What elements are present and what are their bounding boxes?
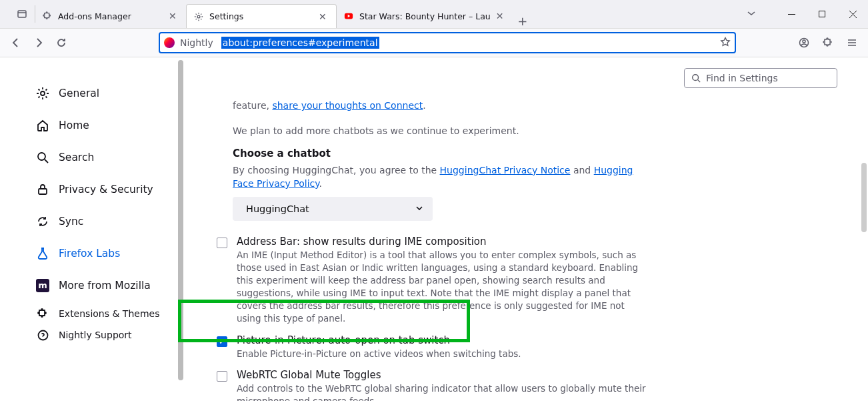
home-icon: [36, 119, 49, 132]
svg-point-1: [197, 15, 200, 18]
nav-label: General: [59, 87, 99, 99]
app-menu-button[interactable]: [841, 32, 863, 53]
pref-addressbar-ime: Address Bar: show results during IME com…: [217, 236, 651, 324]
pref-picture-in-picture: Picture-in-Picture: auto-open on tab swi…: [217, 334, 651, 360]
search-icon: [36, 151, 49, 164]
nav-label: Extensions & Themes: [59, 308, 159, 319]
chatbot-feedback-fragment: feature, share your thoughts on Connect.: [233, 99, 651, 112]
window-controls: [740, 0, 868, 28]
svg-rect-3: [819, 11, 825, 17]
pref-title: Picture-in-Picture: auto-open on tab swi…: [237, 334, 651, 346]
pref-desc: An IME (Input Method Editor) is a tool t…: [237, 249, 651, 324]
window-close-button[interactable]: [837, 0, 868, 29]
nav-home[interactable]: Home: [28, 112, 169, 139]
bookmark-star-icon[interactable]: [720, 37, 731, 49]
nav-label: More from Mozilla: [59, 280, 151, 292]
svg-point-6: [41, 91, 45, 95]
tab-label: Add-ons Manager: [58, 11, 163, 21]
window-minimize-button[interactable]: [776, 0, 807, 29]
close-icon[interactable]: ✕: [319, 11, 329, 22]
svg-point-10: [693, 75, 699, 81]
content-area: General Home Search Privacy & Security S…: [0, 57, 868, 401]
gear-icon: [36, 87, 49, 100]
extensions-button[interactable]: [817, 32, 839, 53]
list-all-tabs-button[interactable]: [9, 0, 35, 28]
chatbot-select[interactable]: HuggingChat: [233, 197, 433, 221]
close-icon[interactable]: ✕: [496, 11, 507, 21]
chatbot-select-value: HuggingChat: [246, 204, 309, 214]
gear-icon: [193, 11, 204, 22]
forward-button[interactable]: [28, 32, 49, 53]
profile-label: Nightly: [180, 37, 213, 48]
nav-general[interactable]: General: [28, 80, 169, 107]
tab-label: Star Wars: Bounty Hunter – Lau: [359, 11, 491, 21]
puzzle-icon: [42, 11, 53, 21]
new-tab-button[interactable]: +: [513, 14, 532, 28]
svg-point-7: [38, 153, 45, 160]
pref-title: WebRTC Global Mute Toggles: [237, 369, 651, 381]
sync-icon: [36, 215, 49, 228]
pref-desc: Add controls to the WebRTC global sharin…: [237, 382, 651, 401]
pref-title: Address Bar: show results during IME com…: [237, 236, 651, 248]
puzzle-icon: [36, 307, 49, 320]
account-button[interactable]: [793, 32, 815, 53]
huggingchat-privacy-link[interactable]: HuggingChat Privacy Notice: [440, 165, 571, 175]
mozilla-icon: m: [36, 279, 49, 292]
tab-addons-manager[interactable]: Add-ons Manager ✕: [35, 4, 186, 28]
find-in-settings[interactable]: Find in Settings: [684, 68, 837, 88]
nav-label: Firefox Labs: [59, 248, 120, 260]
svg-point-5: [803, 40, 805, 43]
pref-checkbox[interactable]: [217, 371, 227, 382]
url-bar[interactable]: Nightly about:preferences#experimental: [159, 32, 736, 53]
pref-checkbox[interactable]: [217, 238, 227, 248]
svg-rect-0: [18, 11, 26, 17]
reload-button[interactable]: [51, 32, 72, 53]
connect-link[interactable]: share your thoughts on Connect: [272, 100, 423, 111]
nav-label: Sync: [59, 216, 83, 228]
nav-privacy-security[interactable]: Privacy & Security: [28, 176, 169, 203]
nav-label: Home: [59, 119, 89, 131]
titlebar: Add-ons Manager ✕ Settings ✕ Star Wars: …: [0, 0, 868, 29]
pref-desc: Enable Picture-in-Picture on active vide…: [237, 348, 651, 360]
nav-search[interactable]: Search: [28, 144, 169, 171]
help-icon: [36, 328, 49, 342]
tab-settings[interactable]: Settings ✕: [186, 4, 337, 28]
tab-youtube[interactable]: Star Wars: Bounty Hunter – Lau ✕: [337, 4, 513, 28]
nav-more-from-mozilla[interactable]: mMore from Mozilla: [28, 272, 169, 299]
nav-nightly-support[interactable]: Nightly Support: [28, 326, 169, 344]
tab-strip: Add-ons Manager ✕ Settings ✕ Star Wars: …: [35, 0, 532, 28]
youtube-icon: [343, 11, 354, 21]
nav-sync[interactable]: Sync: [28, 208, 169, 235]
settings-sidebar: General Home Search Privacy & Security S…: [0, 57, 177, 401]
nav-extensions-themes[interactable]: Extensions & Themes: [28, 304, 169, 323]
firefox-icon: [164, 37, 175, 48]
search-placeholder: Find in Settings: [706, 73, 778, 83]
nav-label: Search: [59, 151, 94, 163]
close-icon[interactable]: ✕: [169, 11, 179, 21]
settings-main-panel: Find in Settings feature, share your tho…: [177, 57, 868, 401]
nav-label: Privacy & Security: [59, 183, 153, 195]
svg-rect-8: [39, 189, 47, 194]
tab-label: Settings: [209, 11, 313, 21]
pref-webrtc-mute: WebRTC Global Mute Toggles Add controls …: [217, 369, 651, 401]
choose-chatbot-desc: By choosing HuggingChat, you agree to th…: [233, 163, 651, 191]
main-scrollbar[interactable]: [860, 57, 868, 401]
window-maximize-button[interactable]: [807, 0, 837, 29]
nav-firefox-labs[interactable]: Firefox Labs: [28, 240, 169, 267]
chevron-down-icon: [415, 204, 423, 214]
toolbar: Nightly about:preferences#experimental: [0, 29, 868, 57]
nav-label: Nightly Support: [59, 330, 132, 340]
tabs-dropdown-button[interactable]: [740, 9, 776, 20]
chatbot-note: We plan to add more chatbots as we conti…: [233, 124, 651, 137]
search-icon: [691, 73, 701, 83]
choose-chatbot-heading: Choose a chatbot: [233, 147, 651, 159]
flask-icon: [36, 247, 49, 260]
url-text: about:preferences#experimental: [221, 37, 379, 49]
back-button[interactable]: [5, 32, 27, 53]
pref-checkbox[interactable]: [217, 336, 227, 347]
lock-icon: [36, 183, 49, 196]
